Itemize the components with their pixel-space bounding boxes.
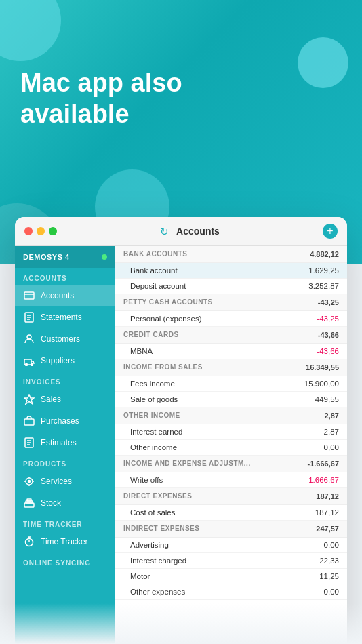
table-row[interactable]: Advertising 0,00 [115,538,347,553]
account-value: 11,25 [319,572,339,580]
account-name: Fees income [130,380,175,388]
accounts-panel: BANK ACCOUNTS 4.882,12 Bank account 1.62… [115,246,347,644]
account-value: 0,00 [324,443,339,451]
svg-marker-10 [24,395,34,404]
title-center: ↻ Accounts [57,226,323,237]
sidebar-label-sales: Sales [41,395,61,404]
account-value: 0,00 [324,588,339,596]
add-account-button[interactable]: + [323,224,338,239]
sidebar-item-customers[interactable]: Customers [15,328,115,350]
section-header-value: 247,57 [316,525,339,533]
accounts-table: BANK ACCOUNTS 4.882,12 Bank account 1.62… [115,246,347,600]
title-bar: ↻ Accounts + [15,217,347,246]
sidebar-label-stock: Stock [41,498,61,508]
section-header-label: OTHER INCOME [123,411,180,420]
sidebar-item-sales[interactable]: Sales [15,388,115,410]
section-header-label: CREDIT CARDS [123,331,179,339]
section-header: BANK ACCOUNTS 4.882,12 [115,246,347,263]
app-window: ↻ Accounts + DEMOSYS 4 ACCOUNTS Accounts [15,217,347,644]
table-row[interactable]: Cost of sales 187,12 [115,505,347,521]
section-header-label: PETTY CASH ACCOUNTS [123,298,213,306]
table-row[interactable]: Other income 0,00 [115,440,347,456]
customers-icon [23,333,35,345]
account-name: Motor [130,572,150,580]
section-header-value: -43,66 [318,331,339,339]
purchases-icon [23,415,35,427]
table-row[interactable]: Personal (expenses) -43,25 [115,311,347,327]
sales-icon [23,393,35,405]
account-value: 1.629,25 [308,266,339,275]
account-value: -43,25 [317,315,339,323]
statements-icon [23,311,35,323]
account-value: 2,87 [324,428,339,436]
section-header-label: BANK ACCOUNTS [123,250,187,258]
stock-icon [23,497,35,509]
account-value: -1.666,67 [306,476,339,484]
table-row[interactable]: MBNA -43,66 [115,344,347,359]
table-row[interactable]: Fees income 15.900,00 [115,376,347,392]
section-header-value: -1.666,67 [308,460,339,468]
account-name: Bank account [130,266,178,275]
connection-status-dot [102,254,107,260]
sidebar-item-estimates[interactable]: Estimates [15,432,115,454]
svg-rect-11 [24,419,34,425]
services-icon [23,475,35,487]
section-header-label: INDIRECT EXPENSES [123,525,199,533]
sidebar-item-timetracker[interactable]: Time Tracker [15,531,115,552]
account-name: Sale of goods [130,395,178,403]
svg-point-9 [31,364,33,366]
table-row[interactable]: Write offs -1.666,67 [115,472,347,488]
table-row[interactable]: Sale of goods 449,55 [115,392,347,407]
minimize-button[interactable] [37,227,45,235]
sidebar-label-services: Services [41,477,72,486]
section-header: DIRECT EXPENSES 187,12 [115,488,347,505]
svg-point-6 [27,335,31,339]
sidebar: DEMOSYS 4 ACCOUNTS Accounts Statements [15,246,115,644]
sidebar-label-timetracker: Time Tracker [41,537,88,546]
sidebar-label-customers: Customers [41,334,80,344]
sidebar-label-estimates: Estimates [41,438,77,447]
blob-decoration-tr [298,37,348,88]
section-header-label: INCOME AND EXPENSE ADJUSTM... [123,460,251,468]
account-name: Cost of sales [130,508,175,517]
sidebar-label-purchases: Purchases [41,416,79,426]
table-row[interactable]: Deposit account 3.252,87 [115,279,347,294]
table-row[interactable]: Interest charged 22,33 [115,553,347,569]
refresh-icon[interactable]: ↻ [160,226,171,237]
svg-point-17 [28,481,31,483]
account-value: 22,33 [319,557,339,565]
account-value: 0,00 [324,541,339,549]
sidebar-item-statements[interactable]: Statements [15,306,115,328]
sidebar-item-services[interactable]: Services [15,470,115,492]
section-header: INDIRECT EXPENSES 247,57 [115,521,347,538]
account-name: Deposit account [130,282,186,290]
section-title-onlinesyncing: ONLINE SYNCING [15,552,115,569]
sidebar-item-suppliers[interactable]: Suppliers [15,350,115,371]
section-header-value: 2,87 [325,411,339,420]
table-row[interactable]: Other expenses 0,00 [115,584,347,600]
traffic-lights [24,227,57,235]
sidebar-item-accounts[interactable]: Accounts [15,285,115,306]
estimates-icon [23,437,35,449]
table-row[interactable]: Motor 11,25 [115,569,347,584]
account-value: -43,66 [317,347,339,355]
section-header-value: 187,12 [316,492,339,500]
account-value: 3.252,87 [308,282,339,290]
account-name: Other expenses [130,588,185,596]
table-row[interactable]: Interest earned 2,87 [115,424,347,440]
svg-rect-22 [24,503,34,507]
section-header: PETTY CASH ACCOUNTS -43,25 [115,294,347,311]
account-name: Interest earned [130,428,182,436]
sidebar-item-stock[interactable]: Stock [15,492,115,514]
window-title: Accounts [176,226,220,237]
section-header: INCOME AND EXPENSE ADJUSTM... -1.666,67 [115,456,347,472]
svg-rect-0 [24,292,34,299]
sidebar-item-purchases[interactable]: Purchases [15,410,115,432]
table-row[interactable]: Bank account 1.629,25 [115,263,347,279]
accounts-icon [23,289,35,302]
account-name: Personal (expenses) [130,315,201,323]
blob-decoration-tl [0,0,61,61]
section-header-value: -43,25 [318,298,339,306]
close-button[interactable] [24,227,33,235]
maximize-button[interactable] [49,227,57,235]
